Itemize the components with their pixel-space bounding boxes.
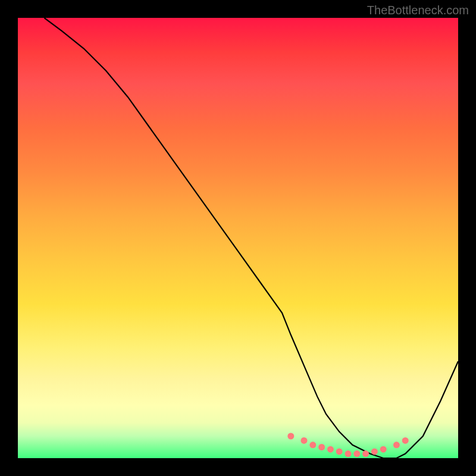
highlight-marker bbox=[393, 441, 400, 448]
highlight-marker bbox=[380, 446, 387, 453]
highlight-marker bbox=[309, 441, 316, 448]
chart-svg bbox=[18, 18, 458, 458]
highlight-marker bbox=[362, 450, 369, 457]
attribution-text: TheBottleneck.com bbox=[367, 4, 469, 17]
highlight-marker bbox=[327, 446, 334, 453]
highlight-marker bbox=[318, 444, 325, 450]
chart-plot-area bbox=[18, 18, 458, 458]
highlight-marker bbox=[301, 437, 308, 444]
highlight-marker bbox=[336, 448, 343, 455]
highlight-marker bbox=[345, 450, 352, 457]
highlight-marker bbox=[287, 433, 294, 440]
highlight-markers bbox=[287, 433, 408, 458]
highlight-marker bbox=[402, 437, 409, 444]
highlight-marker bbox=[371, 448, 378, 455]
bottleneck-curve-line bbox=[44, 18, 458, 458]
highlight-marker bbox=[353, 450, 360, 457]
